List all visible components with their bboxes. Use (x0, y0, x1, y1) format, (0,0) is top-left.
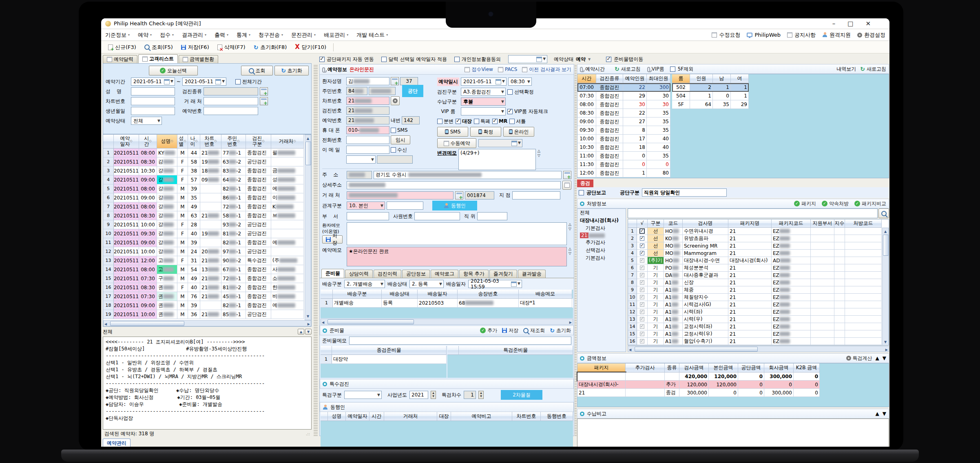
row-checkbox[interactable] (640, 324, 644, 329)
prep-memo-input[interactable] (349, 337, 571, 345)
client-input[interactable] (204, 97, 258, 105)
column-header-차트번호[interactable]: 차트 번호 ◇ (200, 135, 221, 148)
panel-up-button[interactable]: ▲ (876, 411, 879, 416)
column-header-룸[interactable]: 룸 (672, 74, 690, 83)
reservation-table-vscrollbar[interactable]: ▲ ▼ (305, 135, 311, 320)
column-header-거래처[interactable]: 거래처 ◇ (271, 135, 304, 148)
row-checkbox[interactable] (640, 273, 644, 277)
f5-exclude-checkbox[interactable] (670, 66, 675, 72)
resv-time-select[interactable]: 08:30▼ (508, 78, 532, 86)
tab-검진이력[interactable]: 검진이력 (374, 270, 401, 278)
recv-checkbox[interactable] (391, 147, 396, 153)
table-row[interactable]: 2선KO유방초음파21EZ (628, 235, 889, 242)
vip-auto-checkbox[interactable] (507, 109, 513, 114)
panel-down-button[interactable]: ▼ (883, 355, 886, 361)
table-row[interactable]: 152021051107:30구M492172-1종합검진소 (103, 274, 311, 283)
table-row[interactable]: 4선MOMammogram21EZ (628, 250, 889, 257)
column-header-예약일자[interactable]: 예약 일자 ◇ (114, 135, 139, 148)
mobile-input[interactable]: 010- (346, 126, 389, 134)
client2-search-button[interactable] (455, 191, 463, 199)
table-row[interactable]: 1개별배송등록2021050368대장*1 (321, 299, 573, 308)
column-header-남[interactable]: 남 (713, 74, 731, 83)
table-row[interactable]: 420,000120,0000300,0000 (577, 372, 889, 381)
detail-view-link[interactable]: 내역보기 (836, 66, 856, 73)
panel-down-button[interactable]: ▼ (883, 411, 886, 416)
client-memo-box[interactable]: <<<<--------- 21 조지피셔코리아B[여] --------->>… (103, 337, 312, 430)
column-header-구분[interactable]: 구분 (648, 219, 664, 228)
dlv-gubun-select[interactable]: 2. 개별배송▼ (344, 280, 385, 288)
table-row[interactable]: 7기DA대사증후군결과21EZ (628, 272, 889, 279)
prep-requery-button[interactable]: 재조회 (523, 327, 545, 334)
menu-통계[interactable]: 통계▾ (237, 31, 250, 39)
rx-search-button[interactable] (878, 208, 889, 218)
dlv-date-input[interactable]: 2021-05-03 15:59▼ (468, 280, 522, 288)
tab-결과발송[interactable]: 결과발송 (518, 270, 546, 278)
column-header-지원부서[interactable]: 지원부서 (811, 219, 834, 228)
whole-period-checkbox[interactable] (235, 79, 241, 84)
column-header-예약일자[interactable]: 예약일자 (346, 412, 369, 421)
dlv-state-select[interactable]: 2. 등록▼ (409, 280, 444, 288)
column-header-처방코드[interactable]: 처방코드 (845, 219, 882, 228)
addr2-input[interactable] (347, 181, 561, 189)
patient-memo-save-button[interactable]: 저장 (322, 235, 343, 244)
row-checkbox[interactable] (640, 251, 644, 255)
chart-settings-button[interactable] (391, 96, 400, 105)
vip-room-link[interactable]: VIP룸 (647, 66, 664, 73)
package-button[interactable]: ✓패키지 (794, 200, 816, 207)
table-row[interactable]: 172021051107:30권M762145-1종합검진비 (103, 292, 311, 301)
checkbox[interactable] (509, 119, 515, 124)
row-checkbox[interactable] (640, 332, 644, 336)
header-button-이전 검사결과 보기[interactable]: 이전 검사결과 보기 (522, 66, 571, 73)
menu-배포관리[interactable]: 배포관리▾ (324, 31, 348, 39)
prep-add-button[interactable]: ✓추가 (480, 327, 497, 334)
tab-항목 추가[interactable]: 항목 추가 (459, 270, 489, 278)
menu-결과관리[interactable]: 결과관리▾ (182, 31, 206, 39)
table-row[interactable]: 15기A1교정시력(우)21EZ (628, 330, 889, 338)
tree-item-전체[interactable]: 전체 (577, 209, 626, 217)
date-to-input[interactable]: 2021-05-11▼ (182, 78, 226, 86)
table-row[interactable]: 10:30종합검진1840 (577, 143, 670, 152)
column-header-배송일자[interactable]: 배송일자 (418, 290, 458, 299)
table-row[interactable]: 07:00종합검진22300 (577, 83, 670, 92)
table-row[interactable]: 5(추)기HO대장내시경-수면대장내시경(회사)AD (628, 257, 889, 264)
mdi-tab-reservation[interactable]: 예약관리 (103, 439, 131, 447)
table-row[interactable]: 12기A1시력(좌)21EZ (628, 308, 889, 316)
today-select-button[interactable]: ✓오늘선택 (149, 66, 198, 75)
toolbar-신규(F3)[interactable]: 신규(F3) (104, 42, 140, 53)
column-header-배송메모[interactable]: 배송메모 (519, 290, 572, 299)
column-header-나이[interactable]: 나 이 ◇ (188, 135, 200, 148)
toolbar-저장(F6)[interactable]: 저장(F6) (177, 42, 213, 53)
column-header-예약인원[interactable]: 예약인원 (623, 74, 647, 83)
close-button[interactable]: ✕ (865, 20, 871, 27)
toolbar-삭제(F7)[interactable]: 삭제(F7) (214, 42, 249, 53)
table-row[interactable]: 09:00종합검진2735 (577, 117, 670, 126)
tab-준비물[interactable]: 준비물 (321, 269, 344, 278)
patient-search-button[interactable] (391, 77, 399, 85)
splitter-left[interactable] (314, 64, 318, 436)
table-row[interactable]: 09:30종합검진835 (577, 126, 670, 135)
table-row[interactable]: 08:00종합검진3030 (577, 100, 670, 109)
exam-type-input[interactable] (204, 87, 258, 95)
menu-right-원격지원[interactable]: 원격지원 (822, 31, 851, 39)
companion-button[interactable]: 동행인 (432, 201, 477, 210)
menu-예약[interactable]: 예약▾ (138, 31, 152, 39)
addr-input[interactable]: 경기도 수원시 (374, 171, 562, 179)
birth-input[interactable] (131, 107, 175, 115)
gongdan-gubun-input[interactable]: 직원외 당일확인 (642, 188, 727, 197)
special-order-input[interactable]: 1 (464, 391, 476, 399)
gongdan-report-checkbox[interactable] (579, 190, 584, 195)
patient-name-input[interactable]: 김 (346, 77, 389, 85)
column-header-검사금액[interactable]: 검사금액 (679, 363, 709, 372)
row-checkbox[interactable] (640, 236, 644, 241)
panel-up-button[interactable]: ▲ (876, 355, 879, 361)
year-spinner[interactable]: ▲▼ (431, 391, 436, 399)
table-row[interactable]: 6기PO체성분분석21EZ (628, 264, 889, 272)
table-row[interactable]: 504101 (672, 92, 749, 100)
menu-출력[interactable]: 출력▾ (215, 31, 228, 39)
tel-input[interactable] (346, 136, 389, 144)
prep-reset-button[interactable]: ↻초기화 (550, 327, 571, 334)
table-row[interactable]: 62021051109:00강M3586-1종합검진이 (103, 193, 311, 202)
column-header-배송구분[interactable]: 배송구분 (333, 290, 382, 299)
column-header-성명[interactable]: 성명 ◇ (157, 135, 177, 148)
tab-상담이력[interactable]: 상담이력 (345, 270, 373, 278)
